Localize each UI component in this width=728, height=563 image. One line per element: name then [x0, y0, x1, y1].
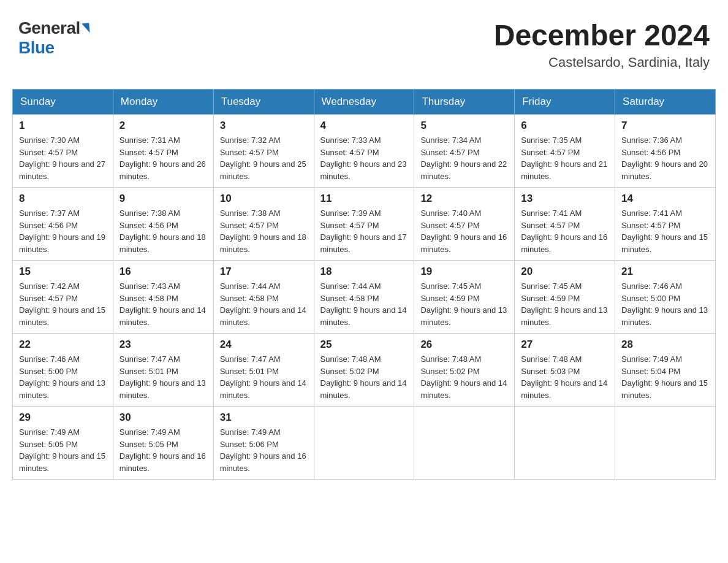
day-info-2: Sunrise: 7:31 AMSunset: 4:57 PMDaylight:… [119, 134, 207, 182]
header-tuesday: Tuesday [213, 90, 314, 115]
day-info-16: Sunrise: 7:43 AMSunset: 4:58 PMDaylight:… [119, 280, 207, 328]
day-number-1: 1 [19, 120, 107, 132]
calendar-day-20: 20Sunrise: 7:45 AMSunset: 4:59 PMDayligh… [515, 261, 615, 334]
day-info-22: Sunrise: 7:46 AMSunset: 5:00 PMDaylight:… [19, 353, 107, 401]
calendar-day-28: 28Sunrise: 7:49 AMSunset: 5:04 PMDayligh… [615, 334, 716, 407]
day-number-31: 31 [220, 412, 308, 424]
calendar-week-1: 1Sunrise: 7:30 AMSunset: 4:57 PMDaylight… [13, 115, 716, 188]
day-number-6: 6 [521, 120, 609, 132]
day-number-29: 29 [19, 412, 107, 424]
calendar-week-3: 15Sunrise: 7:42 AMSunset: 4:57 PMDayligh… [13, 261, 716, 334]
day-info-14: Sunrise: 7:41 AMSunset: 4:57 PMDaylight:… [621, 207, 709, 255]
day-info-30: Sunrise: 7:49 AMSunset: 5:05 PMDaylight:… [119, 426, 207, 474]
calendar-table: Sunday Monday Tuesday Wednesday Thursday… [12, 89, 716, 480]
calendar-day-29: 29Sunrise: 7:49 AMSunset: 5:05 PMDayligh… [13, 407, 113, 480]
calendar-day-8: 8Sunrise: 7:37 AMSunset: 4:56 PMDaylight… [13, 188, 113, 261]
day-info-25: Sunrise: 7:48 AMSunset: 5:02 PMDaylight:… [320, 353, 408, 401]
day-info-29: Sunrise: 7:49 AMSunset: 5:05 PMDaylight:… [19, 426, 107, 474]
day-number-22: 22 [19, 339, 107, 351]
header-wednesday: Wednesday [314, 90, 414, 115]
day-number-13: 13 [521, 193, 609, 205]
page-header: General Blue December 2024 Castelsardo, … [12, 12, 716, 77]
calendar-header-row: Sunday Monday Tuesday Wednesday Thursday… [13, 90, 716, 115]
calendar-day-12: 12Sunrise: 7:40 AMSunset: 4:57 PMDayligh… [414, 188, 515, 261]
day-number-5: 5 [420, 120, 508, 132]
empty-cell [615, 407, 716, 480]
day-number-19: 19 [420, 266, 508, 278]
day-info-21: Sunrise: 7:46 AMSunset: 5:00 PMDaylight:… [621, 280, 709, 328]
day-info-28: Sunrise: 7:49 AMSunset: 5:04 PMDaylight:… [621, 353, 709, 401]
day-info-20: Sunrise: 7:45 AMSunset: 4:59 PMDaylight:… [521, 280, 609, 328]
calendar-week-4: 22Sunrise: 7:46 AMSunset: 5:00 PMDayligh… [13, 334, 716, 407]
calendar-day-27: 27Sunrise: 7:48 AMSunset: 5:03 PMDayligh… [515, 334, 615, 407]
empty-cell [515, 407, 615, 480]
location-title: Castelsardo, Sardinia, Italy [494, 55, 710, 71]
calendar-day-22: 22Sunrise: 7:46 AMSunset: 5:00 PMDayligh… [13, 334, 113, 407]
day-number-23: 23 [119, 339, 207, 351]
calendar-day-10: 10Sunrise: 7:38 AMSunset: 4:57 PMDayligh… [213, 188, 314, 261]
day-number-26: 26 [420, 339, 508, 351]
calendar-day-11: 11Sunrise: 7:39 AMSunset: 4:57 PMDayligh… [314, 188, 414, 261]
calendar-day-15: 15Sunrise: 7:42 AMSunset: 4:57 PMDayligh… [13, 261, 113, 334]
day-number-30: 30 [119, 412, 207, 424]
header-sunday: Sunday [13, 90, 113, 115]
calendar-day-13: 13Sunrise: 7:41 AMSunset: 4:57 PMDayligh… [515, 188, 615, 261]
calendar-day-6: 6Sunrise: 7:35 AMSunset: 4:57 PMDaylight… [515, 115, 615, 188]
header-saturday: Saturday [615, 90, 716, 115]
calendar-day-21: 21Sunrise: 7:46 AMSunset: 5:00 PMDayligh… [615, 261, 716, 334]
calendar-day-25: 25Sunrise: 7:48 AMSunset: 5:02 PMDayligh… [314, 334, 414, 407]
day-number-3: 3 [220, 120, 308, 132]
day-info-1: Sunrise: 7:30 AMSunset: 4:57 PMDaylight:… [19, 134, 107, 182]
header-monday: Monday [113, 90, 213, 115]
day-info-6: Sunrise: 7:35 AMSunset: 4:57 PMDaylight:… [521, 134, 609, 182]
day-info-18: Sunrise: 7:44 AMSunset: 4:58 PMDaylight:… [320, 280, 408, 328]
day-info-26: Sunrise: 7:48 AMSunset: 5:02 PMDaylight:… [420, 353, 508, 401]
day-number-4: 4 [320, 120, 408, 132]
day-number-7: 7 [621, 120, 709, 132]
day-number-20: 20 [521, 266, 609, 278]
calendar-day-23: 23Sunrise: 7:47 AMSunset: 5:01 PMDayligh… [113, 334, 213, 407]
day-number-18: 18 [320, 266, 408, 278]
day-info-13: Sunrise: 7:41 AMSunset: 4:57 PMDaylight:… [521, 207, 609, 255]
day-info-3: Sunrise: 7:32 AMSunset: 4:57 PMDaylight:… [220, 134, 308, 182]
day-number-21: 21 [621, 266, 709, 278]
day-number-14: 14 [621, 193, 709, 205]
day-number-11: 11 [320, 193, 408, 205]
header-thursday: Thursday [414, 90, 515, 115]
day-number-10: 10 [220, 193, 308, 205]
empty-cell [414, 407, 515, 480]
calendar-day-24: 24Sunrise: 7:47 AMSunset: 5:01 PMDayligh… [213, 334, 314, 407]
calendar-week-5: 29Sunrise: 7:49 AMSunset: 5:05 PMDayligh… [13, 407, 716, 480]
day-number-9: 9 [119, 193, 207, 205]
day-info-31: Sunrise: 7:49 AMSunset: 5:06 PMDaylight:… [220, 426, 308, 474]
calendar-day-16: 16Sunrise: 7:43 AMSunset: 4:58 PMDayligh… [113, 261, 213, 334]
calendar-week-2: 8Sunrise: 7:37 AMSunset: 4:56 PMDaylight… [13, 188, 716, 261]
day-number-12: 12 [420, 193, 508, 205]
day-info-23: Sunrise: 7:47 AMSunset: 5:01 PMDaylight:… [119, 353, 207, 401]
empty-cell [314, 407, 414, 480]
day-info-17: Sunrise: 7:44 AMSunset: 4:58 PMDaylight:… [220, 280, 308, 328]
day-number-15: 15 [19, 266, 107, 278]
logo: General Blue [18, 18, 89, 58]
day-info-9: Sunrise: 7:38 AMSunset: 4:56 PMDaylight:… [119, 207, 207, 255]
day-number-16: 16 [119, 266, 207, 278]
calendar-day-14: 14Sunrise: 7:41 AMSunset: 4:57 PMDayligh… [615, 188, 716, 261]
day-number-8: 8 [19, 193, 107, 205]
day-info-4: Sunrise: 7:33 AMSunset: 4:57 PMDaylight:… [320, 134, 408, 182]
calendar-day-3: 3Sunrise: 7:32 AMSunset: 4:57 PMDaylight… [213, 115, 314, 188]
calendar-day-2: 2Sunrise: 7:31 AMSunset: 4:57 PMDaylight… [113, 115, 213, 188]
day-info-15: Sunrise: 7:42 AMSunset: 4:57 PMDaylight:… [19, 280, 107, 328]
calendar-day-1: 1Sunrise: 7:30 AMSunset: 4:57 PMDaylight… [13, 115, 113, 188]
day-info-12: Sunrise: 7:40 AMSunset: 4:57 PMDaylight:… [420, 207, 508, 255]
day-number-24: 24 [220, 339, 308, 351]
month-title: December 2024 [494, 18, 710, 52]
calendar-day-19: 19Sunrise: 7:45 AMSunset: 4:59 PMDayligh… [414, 261, 515, 334]
calendar-day-5: 5Sunrise: 7:34 AMSunset: 4:57 PMDaylight… [414, 115, 515, 188]
day-info-8: Sunrise: 7:37 AMSunset: 4:56 PMDaylight:… [19, 207, 107, 255]
day-info-24: Sunrise: 7:47 AMSunset: 5:01 PMDaylight:… [220, 353, 308, 401]
day-number-17: 17 [220, 266, 308, 278]
calendar-day-17: 17Sunrise: 7:44 AMSunset: 4:58 PMDayligh… [213, 261, 314, 334]
title-block: December 2024 Castelsardo, Sardinia, Ita… [494, 18, 710, 71]
calendar-day-31: 31Sunrise: 7:49 AMSunset: 5:06 PMDayligh… [213, 407, 314, 480]
calendar-day-7: 7Sunrise: 7:36 AMSunset: 4:56 PMDaylight… [615, 115, 716, 188]
